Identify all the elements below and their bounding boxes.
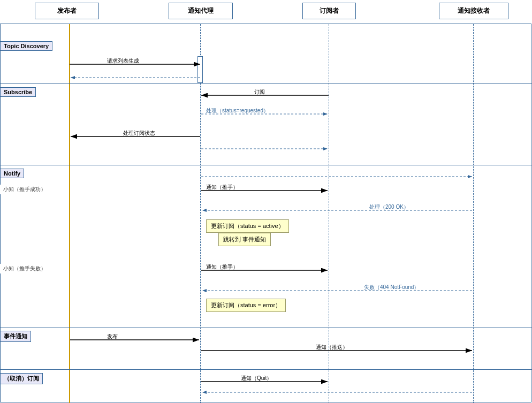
section-unsubscribe: （取消）订阅 <box>0 373 43 384</box>
actor-broker: 通知代理 <box>169 3 233 19</box>
label-notify-push-1: 通知（推手） <box>206 184 238 191</box>
label-notify-404: 失败（404 NotFound） <box>364 284 419 291</box>
divider-3 <box>0 328 532 328</box>
label-subscribe-status: 处理（status=requested） <box>206 107 269 115</box>
section-topic-discovery: Topic Discovery <box>0 41 52 51</box>
section-event-notify: 事件通知 <box>0 331 31 342</box>
arrows-svg <box>0 0 532 403</box>
actor-publisher: 发布者 <box>35 3 99 19</box>
activation-broker-1 <box>197 56 203 83</box>
section-subscribe: Subscribe <box>0 87 36 97</box>
sublabel-notify-fail: 小知（推手失败） <box>0 264 49 273</box>
actor-subscriber: 订阅者 <box>302 3 356 19</box>
section-notify: Notify <box>0 169 24 178</box>
note-jump-event: 跳转到 事件通知 <box>218 233 271 246</box>
label-subscribe: 订阅 <box>254 88 265 96</box>
label-event-notify: 通知（推送） <box>316 344 348 351</box>
note-update-active: 更新订阅（status = active） <box>206 219 289 233</box>
label-topic-request: 请求列表生成 <box>107 57 139 65</box>
divider-4 <box>0 369 532 370</box>
sublabel-notify-success: 小知（推手成功） <box>0 185 49 194</box>
lifeline-receiver <box>473 24 474 403</box>
lifeline-publisher <box>69 24 70 403</box>
label-event-publish: 发布 <box>107 333 118 340</box>
label-unsubscribe: 通知（Quit） <box>241 375 272 382</box>
note-update-error: 更新订阅（status = error） <box>206 299 286 312</box>
divider-1 <box>0 83 532 83</box>
actor-receiver: 通知接收者 <box>439 3 508 19</box>
label-notify-push-2: 通知（推手） <box>206 263 238 271</box>
divider-2 <box>0 165 532 165</box>
outer-border <box>0 0 531 402</box>
sequence-diagram: 发布者 通知代理 订阅者 通知接收者 Topic Discovery Subsc… <box>0 0 532 403</box>
label-subscribe-state: 处理订阅状态 <box>123 130 155 137</box>
label-notify-200: 处理（200 OK） <box>369 203 409 211</box>
